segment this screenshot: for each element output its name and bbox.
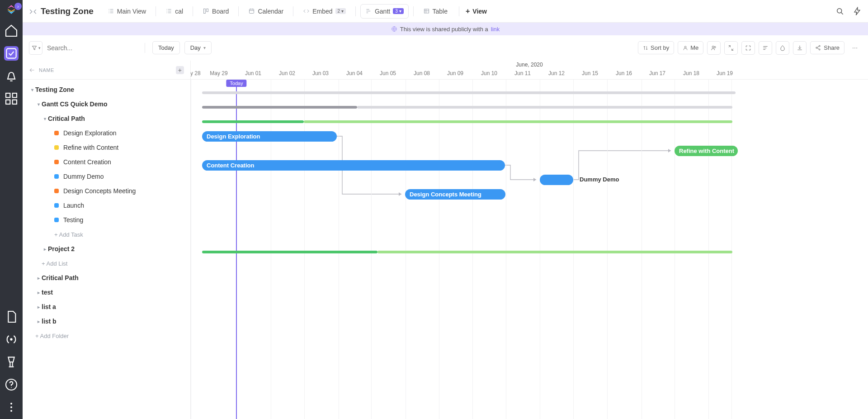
day-label: Jun 10: [481, 70, 497, 76]
gantt-toolbar: ▾ Today Day▾ Sort by Me Share: [23, 35, 868, 61]
tab-cal[interactable]: cal: [160, 4, 188, 19]
me-filter[interactable]: Me: [678, 41, 703, 54]
reschedule-button[interactable]: [759, 41, 772, 55]
add-folder-button[interactable]: + Add Folder: [23, 329, 190, 343]
banner-link[interactable]: link: [491, 26, 500, 33]
fullscreen-button[interactable]: [741, 41, 755, 55]
tab-embed[interactable]: Embed2 ▾: [298, 4, 351, 19]
rail-docs[interactable]: [4, 309, 19, 324]
page-title[interactable]: Testing Zone: [29, 6, 94, 16]
summary-bar[interactable]: [202, 120, 304, 123]
tab-board[interactable]: Board: [198, 4, 234, 19]
task-tree: NAME + ▾Testing Zone▾Gantt CS Quick Demo…: [23, 61, 191, 419]
tab-calendar[interactable]: Calendar: [243, 4, 288, 19]
today-button[interactable]: Today: [152, 41, 180, 54]
share-button[interactable]: Share: [810, 41, 844, 54]
rail-pulse[interactable]: [4, 332, 19, 347]
add-list-button[interactable]: + Add List: [23, 256, 190, 271]
svg-rect-2: [13, 93, 17, 97]
tree-list-critical-path[interactable]: ▾Critical Path: [23, 111, 190, 126]
assignee-filter[interactable]: [707, 41, 721, 55]
add-view-button[interactable]: +View: [466, 7, 487, 15]
tree-item[interactable]: ▸list b: [23, 314, 190, 329]
tree-task[interactable]: Dummy Demo: [23, 169, 190, 184]
tab-label: Calendar: [258, 8, 283, 15]
app-logo[interactable]: ›: [5, 4, 17, 15]
rail-dashboards[interactable]: [4, 91, 19, 106]
tree-task[interactable]: Launch: [23, 198, 190, 213]
rail-more[interactable]: [4, 400, 19, 414]
gantt-chart[interactable]: June, 2020 May 28May 29Jun 01Jun 02Jun 0…: [191, 61, 868, 419]
tab-main-view[interactable]: Main View: [103, 4, 151, 19]
filter-button[interactable]: ▾: [29, 41, 42, 55]
day-label: Jun 01: [245, 70, 261, 76]
tab-label: Table: [433, 8, 448, 15]
collapse-tree-icon[interactable]: [29, 67, 35, 73]
svg-rect-13: [250, 9, 254, 13]
add-task-button[interactable]: + Add Task: [23, 227, 190, 242]
svg-point-15: [837, 8, 842, 13]
globe-icon: [391, 26, 397, 32]
rail-tasks[interactable]: [4, 46, 19, 61]
day-label: Jun 03: [312, 70, 329, 76]
summary-bar[interactable]: [304, 120, 732, 123]
rail-notifications[interactable]: [4, 69, 19, 83]
summary-bar[interactable]: [202, 91, 736, 94]
month-label: June, 2020: [191, 61, 868, 69]
gantt-bar[interactable]: Refine with Content: [675, 146, 738, 156]
tab-gantt[interactable]: Gantt3 ▾: [360, 4, 409, 19]
summary-bar[interactable]: [202, 106, 357, 109]
automation-icon[interactable]: [853, 7, 862, 16]
day-label: May 29: [210, 70, 227, 76]
tab-label: Board: [212, 8, 229, 15]
day-label: Jun 18: [683, 70, 699, 76]
svg-rect-11: [204, 9, 206, 14]
expand-sidebar-icon[interactable]: ›: [14, 3, 22, 10]
svg-point-19: [714, 46, 716, 48]
tree-task[interactable]: Content Creation: [23, 155, 190, 169]
svg-point-8: [10, 403, 12, 405]
search-input[interactable]: [47, 44, 137, 52]
svg-point-24: [854, 48, 855, 48]
gantt-bar[interactable]: Design Exploration: [202, 131, 337, 142]
day-label: Jun 09: [447, 70, 463, 76]
tree-task[interactable]: Design Exploration: [23, 126, 190, 140]
collapse-button[interactable]: [724, 41, 738, 55]
svg-rect-1: [6, 93, 10, 97]
svg-point-5: [10, 338, 12, 340]
gantt-bar[interactable]: [540, 175, 573, 185]
gantt-bar[interactable]: Content Creation: [202, 160, 505, 171]
scale-selector[interactable]: Day▾: [184, 41, 212, 54]
tree-item[interactable]: ▸Critical Path: [23, 271, 190, 285]
rail-home[interactable]: [4, 24, 19, 38]
svg-point-25: [856, 48, 857, 48]
tree-task[interactable]: Design Concepts Meeting: [23, 184, 190, 198]
tab-table[interactable]: Table: [418, 4, 453, 19]
rail-goals[interactable]: [4, 355, 19, 369]
color-button[interactable]: [776, 41, 789, 55]
day-label: May 28: [191, 70, 201, 76]
add-column-button[interactable]: +: [176, 66, 184, 74]
summary-bar[interactable]: [202, 251, 377, 253]
gantt-bar[interactable]: Design Concepts Meeting: [405, 189, 505, 200]
tree-folder[interactable]: ▾Gantt CS Quick Demo: [23, 97, 190, 111]
tree-task[interactable]: Refine with Content: [23, 140, 190, 155]
day-label: Jun 15: [582, 70, 598, 76]
more-button[interactable]: [848, 41, 862, 55]
gantt-bar-label: Dummy Demo: [580, 176, 619, 183]
export-button[interactable]: [793, 41, 807, 55]
svg-rect-4: [13, 100, 17, 104]
tree-item[interactable]: ▸test: [23, 285, 190, 300]
tree-list-project-2[interactable]: ▸Project 2: [23, 242, 190, 256]
search-icon[interactable]: [835, 7, 844, 16]
tree-item[interactable]: ▸list a: [23, 300, 190, 314]
svg-point-18: [712, 46, 714, 48]
svg-point-9: [10, 406, 12, 408]
sort-button[interactable]: Sort by: [638, 41, 674, 54]
tree-space[interactable]: ▾Testing Zone: [23, 82, 190, 97]
tree-task[interactable]: Testing: [23, 213, 190, 227]
svg-point-17: [684, 46, 686, 48]
summary-bar[interactable]: [357, 106, 732, 109]
rail-help[interactable]: [4, 377, 19, 392]
summary-bar[interactable]: [377, 251, 732, 253]
